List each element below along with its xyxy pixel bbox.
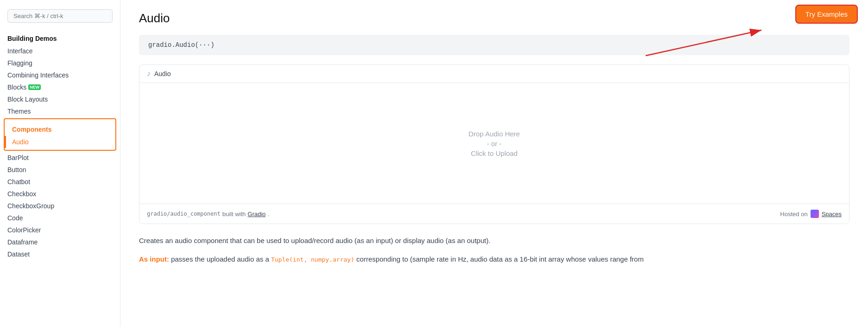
description-text: Creates an audio component that can be u… <box>139 235 849 246</box>
try-examples-button[interactable]: Try Examples <box>796 6 857 23</box>
new-badge: NEW <box>28 84 41 90</box>
sidebar-item-barplot[interactable]: BarPlot <box>0 152 120 164</box>
input-label: As input: <box>139 255 169 263</box>
sidebar-item-checkbox[interactable]: Checkbox <box>0 188 120 200</box>
drop-text: Drop Audio Here <box>469 130 520 138</box>
sidebar-item-flagging[interactable]: Flagging <box>0 57 120 69</box>
building-demos-title: Building Demos <box>0 32 120 45</box>
music-note-icon: ♪ <box>147 70 151 78</box>
page-title: Audio <box>139 11 849 26</box>
main-content: Try Examples Audio gradio.Audio(···) ♪ A… <box>120 0 868 327</box>
audio-upload-area[interactable]: Drop Audio Here - or - Click to Upload <box>139 83 849 204</box>
hosted-on-text: Hosted on <box>780 211 807 218</box>
audio-demo-box: ♪ Audio Drop Audio Here - or - Click to … <box>139 64 849 224</box>
code-signature: gradio.Audio(···) <box>139 35 849 55</box>
spaces-link[interactable]: Spaces <box>822 211 842 218</box>
sidebar-section-more-components: BarPlot Button Chatbot Checkbox Checkbox… <box>0 152 120 260</box>
sidebar-item-chatbot[interactable]: Chatbot <box>0 176 120 188</box>
spaces-icon <box>811 210 819 218</box>
click-upload-text: Click to Upload <box>471 149 518 157</box>
sidebar: Building Demos Interface Flagging Combin… <box>0 0 120 327</box>
sidebar-item-dataframe[interactable]: Dataframe <box>0 236 120 248</box>
demo-footer: gradio/audio_component built with Gradio… <box>139 204 849 224</box>
input-desc-text: passes the uploaded audio as a <box>171 255 271 263</box>
demo-footer-right: Hosted on Spaces <box>780 210 842 218</box>
sidebar-item-colorpicker[interactable]: ColorPicker <box>0 224 120 236</box>
sidebar-section-components-box: Components Audio <box>4 118 116 151</box>
input-rest-text: corresponding to (sample rate in Hz, aud… <box>356 255 643 263</box>
demo-footer-built: built with <box>222 211 246 218</box>
tuple-code: Tuple(int, numpy.array) <box>271 256 354 263</box>
sidebar-item-code[interactable]: Code <box>0 212 120 224</box>
or-text: - or - <box>487 140 502 147</box>
search-input[interactable] <box>7 9 113 23</box>
sidebar-item-block-layouts[interactable]: Block Layouts <box>0 93 120 105</box>
demo-footer-left: gradio/audio_component built with Gradio… <box>147 211 269 218</box>
gradio-link[interactable]: Gradio <box>248 211 266 218</box>
sidebar-item-audio[interactable]: Audio <box>5 136 115 148</box>
sidebar-item-dataset[interactable]: Dataset <box>0 248 120 260</box>
sidebar-item-themes[interactable]: Themes <box>0 105 120 117</box>
input-description: As input: passes the uploaded audio as a… <box>139 254 849 265</box>
sidebar-item-blocks[interactable]: BlocksNEW <box>0 81 120 93</box>
sidebar-item-button[interactable]: Button <box>0 164 120 176</box>
components-title: Components <box>5 123 115 136</box>
sidebar-item-interface[interactable]: Interface <box>0 45 120 57</box>
sidebar-item-combining-interfaces[interactable]: Combining Interfaces <box>0 69 120 81</box>
sidebar-section-building-demos: Building Demos Interface Flagging Combin… <box>0 32 120 117</box>
demo-footer-code: gradio/audio_component <box>147 211 220 217</box>
sidebar-item-checkboxgroup[interactable]: CheckboxGroup <box>0 200 120 212</box>
demo-header: ♪ Audio <box>139 65 849 83</box>
demo-label: Audio <box>154 70 171 77</box>
